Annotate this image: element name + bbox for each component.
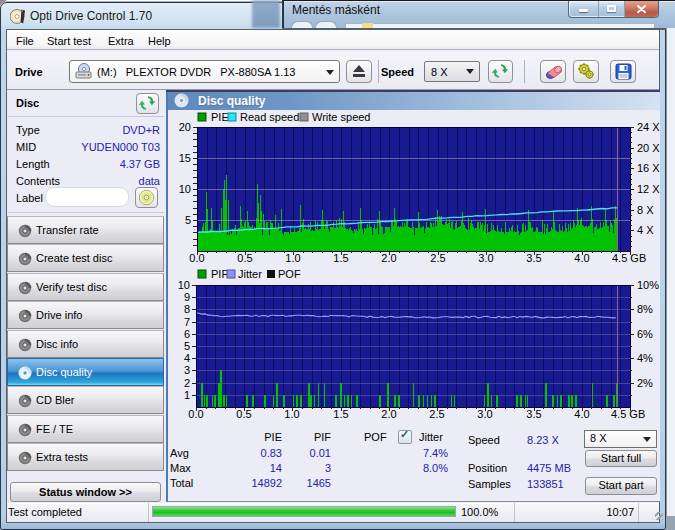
svg-text:10: 10 bbox=[178, 279, 190, 291]
svg-text:PIE: PIE bbox=[211, 111, 229, 123]
svg-text:20: 20 bbox=[179, 121, 191, 133]
svg-text:15: 15 bbox=[179, 152, 191, 164]
svg-text:4.0: 4.0 bbox=[574, 252, 589, 264]
svg-text:1.5: 1.5 bbox=[333, 252, 348, 264]
svg-text:10%: 10% bbox=[637, 279, 659, 291]
svg-text:4.5 GB: 4.5 GB bbox=[611, 408, 645, 420]
svg-text:8%: 8% bbox=[637, 303, 653, 315]
svg-text:3.0: 3.0 bbox=[478, 252, 493, 264]
svg-text:Write speed: Write speed bbox=[312, 111, 371, 123]
svg-text:Read speed: Read speed bbox=[240, 111, 299, 123]
svg-text:3.5: 3.5 bbox=[526, 408, 541, 420]
svg-text:16 X: 16 X bbox=[637, 162, 660, 174]
svg-text:4: 4 bbox=[184, 352, 190, 364]
svg-text:0.5: 0.5 bbox=[237, 252, 252, 264]
svg-text:6: 6 bbox=[184, 328, 190, 340]
svg-text:20 X: 20 X bbox=[637, 142, 660, 154]
svg-text:2.5: 2.5 bbox=[430, 252, 445, 264]
svg-text:PIF: PIF bbox=[211, 268, 228, 280]
svg-text:3: 3 bbox=[184, 364, 190, 376]
svg-text:2%: 2% bbox=[637, 377, 653, 389]
svg-text:POF: POF bbox=[278, 268, 301, 280]
svg-text:4.0: 4.0 bbox=[574, 408, 589, 420]
svg-text:5: 5 bbox=[184, 340, 190, 352]
svg-text:0.5: 0.5 bbox=[236, 408, 251, 420]
svg-text:2.0: 2.0 bbox=[381, 252, 396, 264]
svg-text:2.0: 2.0 bbox=[381, 408, 396, 420]
svg-text:8 X: 8 X bbox=[637, 204, 654, 216]
svg-text:1.0: 1.0 bbox=[285, 252, 300, 264]
svg-text:0.0: 0.0 bbox=[188, 408, 203, 420]
svg-text:12 X: 12 X bbox=[637, 183, 660, 195]
svg-text:7: 7 bbox=[184, 316, 190, 328]
svg-text:8: 8 bbox=[184, 303, 190, 315]
svg-text:6%: 6% bbox=[637, 328, 653, 340]
svg-text:2: 2 bbox=[184, 377, 190, 389]
svg-text:1: 1 bbox=[184, 389, 190, 401]
svg-text:1.0: 1.0 bbox=[284, 408, 299, 420]
svg-text:9: 9 bbox=[184, 291, 190, 303]
svg-text:4.5 GB: 4.5 GB bbox=[612, 252, 646, 264]
svg-text:4 X: 4 X bbox=[637, 224, 654, 236]
svg-text:0.0: 0.0 bbox=[189, 252, 204, 264]
svg-text:3.5: 3.5 bbox=[526, 252, 541, 264]
svg-text:1.5: 1.5 bbox=[333, 408, 348, 420]
svg-text:24 X: 24 X bbox=[637, 121, 660, 133]
svg-text:Jitter: Jitter bbox=[238, 268, 262, 280]
svg-text:4%: 4% bbox=[637, 352, 653, 364]
svg-text:5: 5 bbox=[185, 214, 191, 226]
svg-text:2.5: 2.5 bbox=[429, 408, 444, 420]
svg-text:10: 10 bbox=[179, 183, 191, 195]
svg-text:3.0: 3.0 bbox=[477, 408, 492, 420]
